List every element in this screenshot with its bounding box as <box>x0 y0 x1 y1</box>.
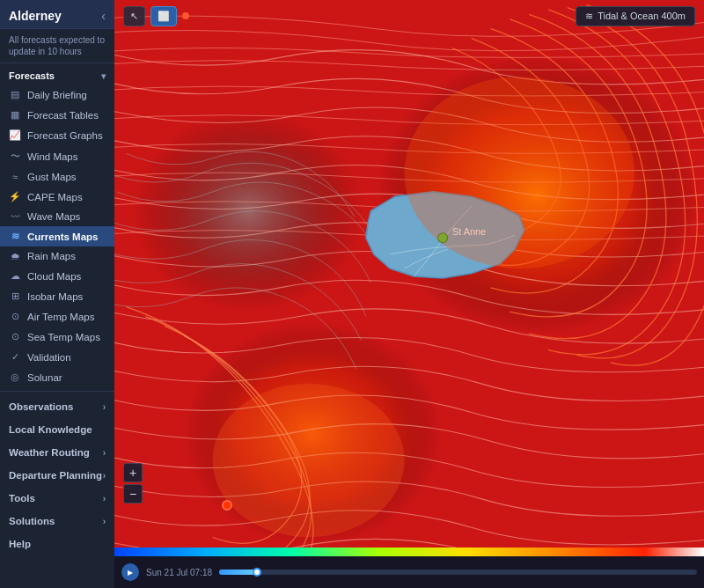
validation-label: Validation <box>27 352 71 363</box>
sidebar-item-tools[interactable]: Tools › <box>0 487 114 510</box>
gust-maps-label: Gust Maps <box>27 172 77 182</box>
play-icon: ▶ <box>128 569 133 577</box>
daily-briefing-icon: ▤ <box>9 89 21 100</box>
zoom-out-button[interactable]: − <box>123 484 143 503</box>
forecast-graphs-label: Forecast Graphs <box>27 130 103 141</box>
departure-planning-label: Departure Planning <box>9 470 102 481</box>
local-knowledge-label: Local Knowledge <box>9 424 92 435</box>
sidebar-item-air-temp-maps[interactable]: ⊙ Air Temp Maps <box>0 306 114 327</box>
validation-icon: ✓ <box>9 351 21 363</box>
sidebar-collapse-icon[interactable]: ‹ <box>101 9 106 23</box>
sidebar-item-currents-maps[interactable]: ≋ Currents Maps <box>0 226 114 246</box>
divider-1 <box>0 391 114 392</box>
sidebar-item-daily-briefing[interactable]: ▤ Daily Briefing <box>0 85 114 105</box>
timeline-scrubber[interactable] <box>219 570 697 575</box>
topbar-left: ↖ ⬜ <box>123 6 189 26</box>
solutions-arrow: › <box>103 517 106 526</box>
wave-maps-label: Wave Maps <box>27 211 80 222</box>
timeline[interactable]: ▶ Sun 21 Jul 07:18 <box>114 556 704 588</box>
sidebar-item-wind-maps[interactable]: 〜 Wind Maps <box>0 145 114 167</box>
cape-maps-label: CAPE Maps <box>27 192 83 202</box>
status-dot <box>182 12 189 19</box>
solunar-label: Solunar <box>27 372 62 383</box>
layer-icon: ≋ <box>585 11 593 22</box>
daily-briefing-label: Daily Briefing <box>27 90 87 100</box>
sidebar-item-solutions[interactable]: Solutions › <box>0 510 114 533</box>
play-button[interactable]: ▶ <box>121 563 139 581</box>
sidebar: Alderney ‹ All forecasts expected to upd… <box>0 0 114 588</box>
cursor-icon: ↖ <box>130 11 138 22</box>
currents-maps-label: Currents Maps <box>27 232 99 242</box>
sidebar-item-isobar-maps[interactable]: ⊞ Isobar Maps <box>0 286 114 306</box>
layer-label: Tidal & Ocean 400m <box>598 11 686 21</box>
sidebar-item-gust-maps[interactable]: ≈ Gust Maps <box>0 167 114 187</box>
air-temp-maps-label: Air Temp Maps <box>27 312 94 322</box>
forecasts-label: Forecasts <box>9 70 55 81</box>
timeline-thumb[interactable] <box>253 568 261 577</box>
weather-routing-label: Weather Routing <box>9 447 90 458</box>
sea-temp-maps-label: Sea Temp Maps <box>27 332 100 342</box>
forecast-tables-label: Forecast Tables <box>27 110 99 121</box>
zoom-in-button[interactable]: + <box>123 463 143 482</box>
cape-maps-icon: ⚡ <box>9 191 21 202</box>
sidebar-item-help[interactable]: Help <box>0 533 114 555</box>
sidebar-item-wave-maps[interactable]: 〰 Wave Maps <box>0 207 114 226</box>
rain-maps-icon: 🌧 <box>9 251 21 261</box>
sidebar-header: Alderney ‹ <box>0 0 114 29</box>
sidebar-item-forecast-graphs[interactable]: 📈 Forecast Graphs <box>0 125 114 145</box>
sidebar-item-observations[interactable]: Observations › <box>0 395 114 418</box>
layer-selector[interactable]: ≋ Tidal & Ocean 400m <box>576 6 695 26</box>
departure-planning-arrow: › <box>103 471 106 481</box>
forecasts-chevron: ▾ <box>101 71 106 81</box>
sidebar-item-weather-routing[interactable]: Weather Routing › <box>0 441 114 464</box>
sidebar-item-sea-temp-maps[interactable]: ⊙ Sea Temp Maps <box>0 327 114 347</box>
observations-label: Observations <box>9 401 74 412</box>
cloud-maps-icon: ☁ <box>9 270 21 282</box>
svg-point-8 <box>213 384 405 537</box>
help-label: Help <box>9 539 31 549</box>
tools-label: Tools <box>9 493 35 503</box>
box-icon: ⬜ <box>158 11 170 22</box>
solunar-icon: ◎ <box>9 371 21 383</box>
rain-maps-label: Rain Maps <box>27 251 76 261</box>
box-tool-button[interactable]: ⬜ <box>150 6 177 26</box>
sidebar-item-cloud-maps[interactable]: ☁ Cloud Maps <box>0 266 114 286</box>
color-scale-bar <box>114 548 704 556</box>
topbar: ↖ ⬜ ≋ Tidal & Ocean 400m <box>114 0 704 32</box>
sidebar-item-local-knowledge[interactable]: Local Knowledge <box>0 418 114 441</box>
forecast-tables-icon: ▦ <box>9 109 21 121</box>
svg-point-7 <box>405 77 635 268</box>
air-temp-maps-icon: ⊙ <box>9 311 21 322</box>
currents-maps-icon: ≋ <box>9 231 21 242</box>
sidebar-title: Alderney <box>9 9 62 23</box>
tools-arrow: › <box>103 494 106 503</box>
sidebar-item-departure-planning[interactable]: Departure Planning › <box>0 464 114 487</box>
sidebar-item-cape-maps[interactable]: ⚡ CAPE Maps <box>0 187 114 207</box>
svg-rect-3 <box>114 0 704 556</box>
sidebar-item-rain-maps[interactable]: 🌧 Rain Maps <box>0 246 114 266</box>
gust-maps-icon: ≈ <box>9 172 21 182</box>
zoom-controls: + − <box>123 463 143 503</box>
solutions-label: Solutions <box>9 516 55 526</box>
map-canvas[interactable]: St Anne + − <box>114 0 704 556</box>
weather-routing-arrow: › <box>103 448 106 458</box>
timestamp-label: Sun 21 Jul 07:18 <box>146 568 212 577</box>
sidebar-item-forecast-tables[interactable]: ▦ Forecast Tables <box>0 105 114 125</box>
current-indicator-dot <box>222 500 232 511</box>
wave-maps-icon: 〰 <box>9 211 21 222</box>
sea-temp-maps-icon: ⊙ <box>9 331 21 342</box>
wind-maps-icon: 〜 <box>9 150 21 163</box>
currents-svg: St Anne <box>114 0 704 556</box>
map-area[interactable]: ↖ ⬜ ≋ Tidal & Ocean 400m <box>114 0 704 588</box>
update-notice: All forecasts expected to update in 10 h… <box>0 29 114 63</box>
observations-arrow: › <box>103 402 106 412</box>
cloud-maps-label: Cloud Maps <box>27 271 81 282</box>
sidebar-item-solunar[interactable]: ◎ Solunar <box>0 367 114 387</box>
sidebar-item-validation[interactable]: ✓ Validation <box>0 347 114 367</box>
forecasts-section-header[interactable]: Forecasts ▾ <box>0 63 114 85</box>
forecast-graphs-icon: 📈 <box>9 129 21 141</box>
cursor-tool-button[interactable]: ↖ <box>123 6 145 26</box>
timeline-progress <box>219 570 257 575</box>
wind-maps-label: Wind Maps <box>27 151 78 162</box>
isobar-maps-label: Isobar Maps <box>27 291 83 302</box>
